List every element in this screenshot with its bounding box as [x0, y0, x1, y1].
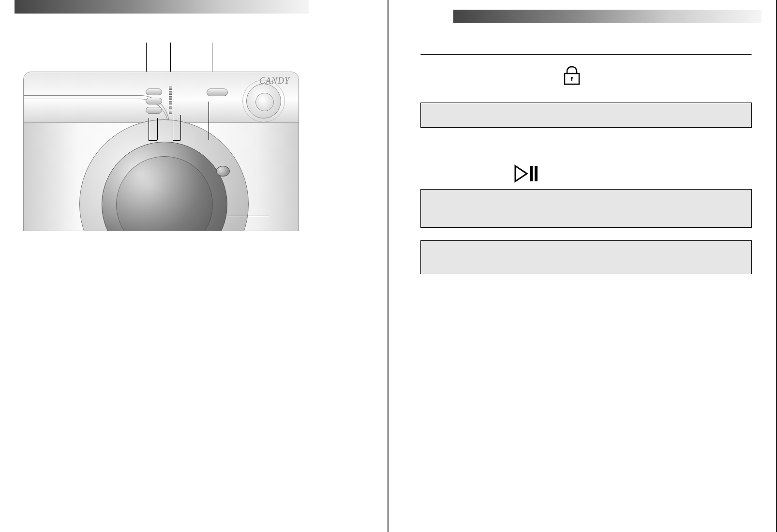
- start-pause-section-icon: [513, 164, 752, 185]
- indicator-led: [169, 96, 172, 100]
- section-divider: [420, 54, 752, 55]
- callout-line: [209, 102, 209, 140]
- program-dial: [246, 84, 281, 118]
- section-divider: [420, 155, 752, 155]
- callout-line: [173, 115, 173, 140]
- indicator-stack: [169, 87, 172, 114]
- control-panel: CANDY: [24, 72, 299, 123]
- indicator-led: [169, 87, 172, 90]
- option-button: [146, 98, 162, 104]
- note-box: [420, 103, 752, 128]
- indicator-led: [169, 106, 172, 109]
- machine-body: CANDY: [23, 72, 299, 231]
- callout-line: [180, 115, 181, 140]
- note-box: [420, 240, 752, 274]
- header-gradient-bar: [15, 0, 309, 14]
- manual-left-page: CANDY: [0, 0, 388, 532]
- callout-line: [149, 140, 157, 141]
- right-page-body: [403, 23, 762, 274]
- option-button: [146, 107, 162, 114]
- lock-icon: [560, 65, 584, 88]
- svg-rect-2: [571, 78, 572, 81]
- indicator-led: [169, 101, 172, 104]
- start-button: [207, 89, 228, 96]
- callout-line: [173, 140, 180, 141]
- indicator-led: [169, 111, 172, 114]
- manual-right-page: [388, 0, 777, 532]
- header-gradient-bar: [453, 10, 762, 23]
- svg-rect-4: [535, 166, 538, 181]
- indicator-led: [169, 91, 172, 95]
- callout-line: [149, 118, 149, 140]
- door-handle: [216, 166, 230, 177]
- appliance-illustration: CANDY: [19, 47, 300, 236]
- callout-line: [157, 118, 158, 140]
- play-pause-icon: [513, 164, 542, 183]
- svg-rect-3: [530, 166, 533, 181]
- door-lock-section-icon: [560, 65, 752, 88]
- callout-line: [227, 216, 269, 216]
- note-box: [420, 189, 752, 228]
- option-button: [146, 89, 162, 95]
